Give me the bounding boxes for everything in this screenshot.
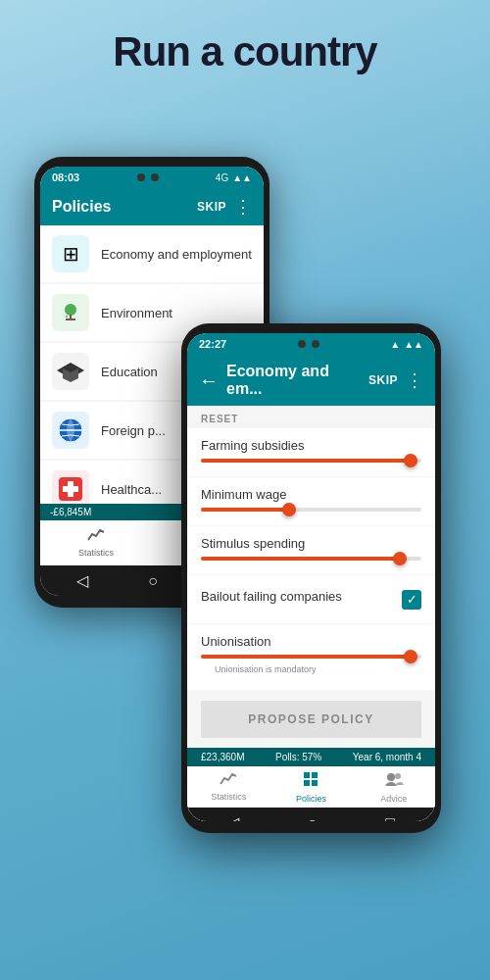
farming-thumb[interactable] [404, 454, 417, 467]
education-label: Education [101, 365, 158, 379]
svg-point-0 [65, 304, 76, 316]
back-sys-icon[interactable]: ◁ [76, 571, 88, 590]
health-label: Healthca... [101, 482, 162, 497]
foreign-icon [52, 412, 89, 449]
education-icon [52, 353, 89, 390]
statistics-label-back: Statistics [78, 548, 114, 558]
advice-icon-front [384, 770, 404, 792]
union-thumb[interactable] [404, 650, 417, 663]
money-amount: -£6,845M [50, 507, 91, 517]
status-icons-back: 4G ▲▲ [216, 172, 252, 183]
recent-sys-icon-front[interactable]: □ [385, 814, 395, 822]
farming-subsidies-label: Farming subsidies [201, 438, 421, 453]
unionisation-slider[interactable] [201, 655, 421, 659]
svg-rect-18 [312, 780, 318, 786]
farming-subsidies-item: Farming subsidies [187, 428, 435, 476]
economy-label: Economy and employment [101, 247, 252, 262]
status-icons-front: ▲ ▲▲ [390, 339, 423, 350]
unionisation-note: Unionisation is mandatory [201, 662, 421, 680]
nav-statistics-back[interactable]: Statistics [40, 526, 152, 560]
time-front: 22:27 [199, 338, 226, 350]
nav-statistics-front[interactable]: Statistics [187, 770, 270, 804]
reset-label[interactable]: RESET [187, 406, 435, 428]
policy-item-economy[interactable]: ⊞ Economy and employment [40, 225, 264, 282]
stimulus-spending-item: Stimulus spending [187, 526, 435, 574]
minimum-wage-label: Minimum wage [201, 487, 421, 502]
bottom-status-bar-front: £23,360M Polls: 57% Year 6, month 4 [187, 748, 435, 766]
sys-nav-front: ◁ ○ □ [187, 808, 435, 821]
svg-rect-17 [304, 780, 310, 786]
unionisation-label: Unionisation [201, 634, 421, 649]
bottom-polls: Polls: 57% [275, 752, 321, 762]
minimum-wage-item: Minimum wage [187, 477, 435, 525]
bottom-money: £23,360M [201, 752, 244, 762]
camera-front [298, 340, 319, 348]
back-sys-icon-front[interactable]: ◁ [227, 813, 239, 821]
farming-fill [201, 459, 411, 463]
skip-button-front[interactable]: SKIP [368, 373, 398, 387]
advice-label-front: Advice [380, 794, 407, 804]
policies-title: Policies [52, 198, 189, 216]
stimulus-thumb[interactable] [393, 552, 407, 565]
policies-label-front: Policies [296, 794, 326, 804]
economy-icon: ⊞ [52, 235, 89, 272]
union-fill [201, 655, 411, 659]
stimulus-fill [201, 557, 400, 561]
nav-policies-front[interactable]: Policies [270, 770, 352, 804]
svg-point-19 [387, 773, 395, 781]
home-sys-icon[interactable]: ○ [148, 572, 158, 590]
farming-subsidies-slider[interactable] [201, 459, 421, 463]
status-bar-front: 22:27 ▲ ▲▲ [187, 333, 435, 355]
more-menu-front[interactable]: ⋮ [406, 369, 423, 391]
foreign-label: Foreign p... [101, 423, 166, 438]
svg-point-3 [66, 316, 68, 318]
home-sys-icon-front[interactable]: ○ [308, 814, 318, 822]
economy-detail-screen: RESET Farming subsidies Minimum wage [187, 406, 435, 821]
camera-back [137, 173, 159, 181]
wage-thumb[interactable] [282, 503, 296, 516]
app-header-back: Policies SKIP ⋮ [40, 188, 264, 225]
bailout-label: Bailout failing companies [201, 589, 342, 604]
stimulus-spending-label: Stimulus spending [201, 536, 421, 551]
svg-rect-16 [312, 772, 318, 778]
economy-header-title: Economy and em... [226, 363, 361, 398]
svg-rect-2 [66, 318, 75, 320]
propose-policy-button[interactable]: PROPOSE POLICY [201, 701, 421, 738]
status-bar-back: 08:03 4G ▲▲ [40, 167, 264, 188]
statistics-icon [87, 526, 105, 546]
hero-title: Run a country [0, 0, 490, 74]
stimulus-spending-slider[interactable] [201, 557, 421, 561]
nav-advice-front[interactable]: Advice [353, 770, 435, 804]
skip-button-back[interactable]: SKIP [197, 200, 226, 214]
environment-label: Environment [101, 306, 172, 320]
time-back: 08:03 [52, 172, 79, 183]
app-header-front: ← Economy and em... SKIP ⋮ [187, 355, 435, 406]
svg-rect-15 [304, 772, 310, 778]
statistics-icon-front [220, 770, 237, 790]
policies-icon-front [302, 770, 319, 792]
wage-fill [201, 508, 289, 512]
minimum-wage-slider[interactable] [201, 508, 421, 512]
bailout-item[interactable]: Bailout failing companies ✓ [187, 575, 435, 623]
health-icon [52, 470, 89, 504]
svg-point-20 [395, 773, 401, 779]
back-button-front[interactable]: ← [199, 369, 219, 392]
more-menu-back[interactable]: ⋮ [234, 196, 252, 218]
unionisation-item: Unionisation Unionisation is mandatory [187, 624, 435, 690]
nav-bar-front: Statistics Policies Advice [187, 766, 435, 808]
bailout-checkbox[interactable]: ✓ [402, 590, 421, 610]
statistics-label-front: Statistics [211, 792, 246, 802]
bottom-year: Year 6, month 4 [353, 752, 421, 762]
phone-front: 22:27 ▲ ▲▲ ← Economy and em... SKIP ⋮ RE… [181, 323, 441, 833]
phone-front-screen: 22:27 ▲ ▲▲ ← Economy and em... SKIP ⋮ RE… [187, 333, 435, 821]
environment-icon [52, 294, 89, 331]
svg-rect-10 [63, 486, 78, 492]
